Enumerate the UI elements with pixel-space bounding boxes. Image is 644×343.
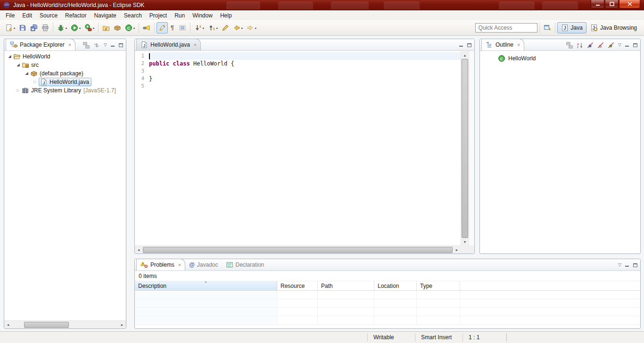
print-button[interactable] xyxy=(40,22,51,33)
dropdown-arrow-icon[interactable]: ▾ xyxy=(216,26,218,30)
maximize-view-icon[interactable] xyxy=(119,43,123,47)
column-header-type[interactable]: Type xyxy=(417,281,460,290)
scroll-down-icon[interactable]: ▼ xyxy=(461,238,469,245)
column-header-description[interactable]: ▲ Description xyxy=(135,281,277,290)
last-edit-location-button[interactable] xyxy=(220,22,231,33)
menu-run[interactable]: Run xyxy=(171,11,189,20)
dropdown-arrow-icon[interactable]: ▾ xyxy=(255,26,256,30)
new-java-project-button[interactable]: J xyxy=(100,22,112,33)
close-icon[interactable]: × xyxy=(178,262,181,268)
tab-declaration[interactable]: Declaration xyxy=(222,259,268,270)
new-java-class-button[interactable]: C ▾ xyxy=(123,22,137,33)
show-whitespace-toggle[interactable]: ¶ xyxy=(168,22,177,33)
minimize-view-icon[interactable] xyxy=(459,43,463,47)
sort-icon[interactable]: az xyxy=(577,42,583,49)
minimize-view-icon[interactable] xyxy=(625,263,629,267)
scroll-right-icon[interactable]: ► xyxy=(118,321,126,328)
minimize-view-icon[interactable] xyxy=(111,43,115,47)
collapse-all-icon[interactable] xyxy=(566,42,573,49)
minimize-window-button[interactable] xyxy=(591,0,604,8)
scroll-up-icon[interactable]: ▲ xyxy=(461,51,469,59)
close-icon[interactable]: × xyxy=(68,42,71,48)
new-wizard-button[interactable]: ▾ xyxy=(3,22,17,33)
scroll-right-icon[interactable]: ► xyxy=(453,246,461,253)
view-menu-icon[interactable]: ▽ xyxy=(618,263,621,267)
menu-navigate[interactable]: Navigate xyxy=(90,11,120,20)
menu-source[interactable]: Source xyxy=(36,11,61,20)
menu-refactor[interactable]: Refactor xyxy=(61,11,90,20)
dropdown-arrow-icon[interactable]: ▾ xyxy=(66,26,67,30)
dropdown-arrow-icon[interactable]: ▾ xyxy=(93,26,94,30)
dropdown-arrow-icon[interactable]: ▾ xyxy=(14,26,15,30)
tree-collapsed-icon[interactable]: ▷ xyxy=(32,78,39,86)
block-selection-toggle[interactable] xyxy=(177,22,188,33)
menu-edit[interactable]: Edit xyxy=(18,11,36,20)
tab-editor-helloworld-java[interactable]: J HelloWorld.java × xyxy=(136,39,201,50)
menu-project[interactable]: Project xyxy=(146,11,171,20)
forward-button[interactable]: ▾ xyxy=(245,22,258,33)
tree-expanded-icon[interactable]: ◢ xyxy=(23,69,30,78)
tree-item-project-helloworld[interactable]: ◢ HelloWorld xyxy=(4,52,126,61)
hide-non-public-members-icon[interactable] xyxy=(608,42,614,49)
save-button[interactable] xyxy=(17,22,28,33)
tree-expanded-icon[interactable]: ◢ xyxy=(15,61,22,69)
new-java-package-button[interactable] xyxy=(112,22,123,33)
save-all-button[interactable] xyxy=(28,22,40,33)
package-explorer-horizontal-scrollbar[interactable]: ◄ ► xyxy=(4,320,126,328)
tab-javadoc[interactable]: @ Javadoc xyxy=(185,259,222,270)
java-perspective-button[interactable]: J Java xyxy=(557,22,586,33)
next-annotation-button[interactable]: ▾ xyxy=(192,22,206,33)
code-editor[interactable]: 1 2 public class HelloWorld { 3 4 } xyxy=(135,51,461,245)
tree-item-jre-system-library[interactable]: ▷ JRE System Library [JavaSE-1.7] xyxy=(4,86,126,95)
close-icon[interactable]: × xyxy=(517,42,520,48)
selected-tree-item[interactable]: J HelloWorld.java xyxy=(39,78,91,86)
quick-access-input[interactable] xyxy=(475,23,537,33)
line-number[interactable]: 4 xyxy=(135,75,149,82)
line-number[interactable]: 1 xyxy=(135,52,149,60)
column-header-location[interactable]: Location xyxy=(374,281,417,290)
scrollbar-thumb[interactable] xyxy=(24,322,69,328)
dropdown-arrow-icon[interactable]: ▾ xyxy=(79,26,81,30)
mark-occurrences-toggle[interactable] xyxy=(157,22,168,33)
close-icon[interactable]: × xyxy=(194,42,197,48)
open-perspective-button[interactable] xyxy=(542,22,553,33)
menu-file[interactable]: File xyxy=(2,11,18,20)
column-header-path[interactable]: Path xyxy=(318,281,374,290)
search-button[interactable] xyxy=(141,22,152,33)
line-number[interactable]: 2 xyxy=(135,60,149,67)
hide-static-members-icon[interactable]: S xyxy=(597,42,604,49)
collapse-all-icon[interactable] xyxy=(83,42,90,49)
scroll-left-icon[interactable]: ◄ xyxy=(4,321,12,328)
back-button[interactable]: ▾ xyxy=(231,22,245,33)
editor-vertical-scrollbar[interactable]: ▲ ▼ xyxy=(461,51,469,245)
dropdown-arrow-icon[interactable]: ▾ xyxy=(203,26,204,30)
run-external-tools-button[interactable]: ▾ xyxy=(83,22,96,33)
tab-package-explorer[interactable]: Package Explorer × xyxy=(6,39,75,50)
previous-annotation-button[interactable]: ▾ xyxy=(206,22,220,33)
maximize-window-button[interactable] xyxy=(605,0,619,8)
menu-help[interactable]: Help xyxy=(216,11,236,20)
link-with-editor-icon[interactable] xyxy=(93,42,100,49)
hide-fields-icon[interactable] xyxy=(587,42,594,49)
run-button[interactable]: ▾ xyxy=(69,22,83,33)
column-header-resource[interactable]: Resource xyxy=(277,281,318,290)
tree-collapsed-icon[interactable]: ▷ xyxy=(15,86,22,95)
maximize-view-icon[interactable] xyxy=(633,263,637,267)
tree-item-src[interactable]: ◢ src xyxy=(4,61,126,69)
scrollbar-thumb[interactable] xyxy=(462,59,468,238)
debug-button[interactable]: ▾ xyxy=(55,22,69,33)
menu-search[interactable]: Search xyxy=(120,11,146,20)
minimize-view-icon[interactable] xyxy=(625,43,629,47)
tab-problems[interactable]: Problems × xyxy=(136,259,185,270)
line-number[interactable]: 3 xyxy=(135,67,149,75)
close-window-button[interactable] xyxy=(619,0,640,8)
editor-horizontal-scrollbar[interactable]: ◄ ► xyxy=(135,245,461,253)
scrollbar-thumb[interactable] xyxy=(143,247,453,253)
maximize-view-icon[interactable] xyxy=(467,43,471,47)
tree-expanded-icon[interactable]: ◢ xyxy=(6,52,13,61)
tree-item-helloworld-java[interactable]: ▷ J HelloWorld.java xyxy=(4,78,126,86)
scroll-left-icon[interactable]: ◄ xyxy=(135,246,142,253)
title-bar[interactable]: Java - HelloWorld/src/HelloWorld.java - … xyxy=(0,0,644,10)
tab-outline[interactable]: Outline × xyxy=(481,39,524,50)
dropdown-arrow-icon[interactable]: ▾ xyxy=(241,26,243,30)
